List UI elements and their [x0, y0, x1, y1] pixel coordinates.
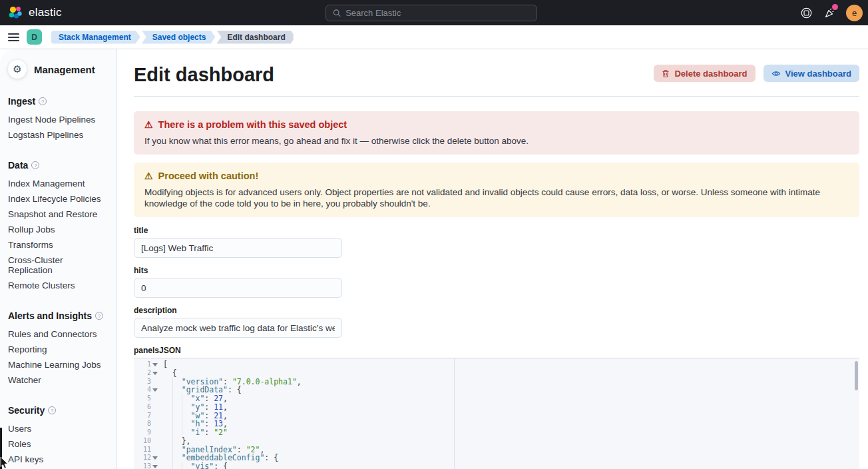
fold-arrow-icon[interactable]	[152, 388, 158, 392]
line-number: 10	[134, 437, 159, 446]
main-content: Edit dashboard Delete dashboard View das…	[117, 49, 868, 469]
notification-dot	[832, 4, 838, 10]
sidebar-item[interactable]: Roles	[8, 436, 108, 452]
sidebar-section-title-text: Alerts and Insights	[8, 310, 92, 321]
delete-dashboard-button[interactable]: Delete dashboard	[654, 65, 755, 82]
code-line: 5 "x": 27,	[134, 394, 859, 403]
description-field[interactable]	[134, 318, 342, 338]
title-field[interactable]	[134, 238, 342, 258]
breadcrumb-item: Edit dashboard	[216, 31, 293, 44]
editor-scrollbar[interactable]	[855, 361, 858, 390]
code-line: 1[	[134, 360, 859, 369]
section-help-icon[interactable]: ?	[48, 406, 56, 414]
title-field-label: title	[134, 226, 859, 235]
breadcrumb-bar: D Stack ManagementSaved objectsEdit dash…	[0, 25, 868, 49]
fold-arrow-icon[interactable]	[152, 363, 158, 366]
sidebar-section-title: Security?	[8, 405, 108, 416]
alert-triangle-icon: ⚠	[144, 171, 153, 182]
brand-name: elastic	[29, 6, 62, 19]
fold-arrow-icon[interactable]	[152, 456, 158, 460]
sidebar-item[interactable]: Remote Clusters	[8, 278, 108, 293]
panels-json-label: panelsJSON	[134, 346, 859, 355]
breadcrumb-item[interactable]: Saved objects	[142, 31, 216, 44]
sidebar-section: Alerts and Insights?Rules and Connectors…	[8, 310, 108, 388]
trash-icon	[662, 69, 670, 78]
code-lines: 1[2 {3 "version": "7.0.0-alpha1",4 "grid…	[134, 360, 859, 469]
code-line: 6 "y": 11,	[134, 403, 859, 412]
sidebar-section-title-text: Data	[8, 160, 28, 171]
line-number: 11	[134, 446, 159, 454]
sidebar-item[interactable]: Rollup Jobs	[8, 222, 108, 237]
line-number: 13	[134, 462, 159, 469]
line-number: 12	[134, 454, 159, 462]
eye-icon	[771, 69, 781, 78]
warning-callout: ⚠ Proceed with caution! Modifying object…	[134, 163, 859, 217]
management-sidebar: ⚙ Management Ingest?Ingest Node Pipeline…	[0, 49, 117, 469]
top-bar: elastic e	[0, 0, 868, 25]
sidebar-title: Management	[34, 64, 95, 75]
line-number: 2	[134, 369, 159, 378]
line-number: 9	[134, 428, 159, 437]
code-line: 8 "h": 13,	[134, 420, 859, 428]
sidebar-item[interactable]: Snapshot and Restore	[8, 207, 108, 222]
warning-callout-title: Proceed with caution!	[158, 171, 259, 182]
space-avatar[interactable]: D	[27, 29, 42, 45]
fold-arrow-icon[interactable]	[152, 372, 158, 375]
sidebar-item[interactable]: Logstash Pipelines	[8, 127, 108, 143]
fold-arrow-icon[interactable]	[152, 465, 158, 468]
sidebar-item[interactable]: Watcher	[8, 372, 108, 388]
hits-field[interactable]	[134, 278, 342, 298]
sidebar-item[interactable]: Users	[8, 421, 108, 436]
section-help-icon[interactable]: ?	[39, 97, 47, 105]
sidebar-section: Security?UsersRolesAPI keysRole Mappings	[8, 405, 108, 469]
newsfeed-icon[interactable]	[823, 6, 836, 19]
line-number: 1	[134, 360, 159, 369]
user-avatar[interactable]: e	[846, 5, 863, 21]
sidebar-item[interactable]: Rules and Connectors	[8, 326, 108, 342]
help-icon[interactable]	[799, 6, 813, 19]
panels-json-editor[interactable]: 1[2 {3 "version": "7.0.0-alpha1",4 "grid…	[134, 358, 859, 469]
sidebar-item[interactable]: Index Management	[8, 176, 108, 191]
search-input[interactable]	[345, 8, 530, 18]
menu-icon[interactable]	[0, 33, 27, 41]
code-line: 9 "i": "2"	[134, 428, 859, 437]
line-number: 4	[134, 386, 159, 394]
elastic-logo[interactable]: elastic	[0, 5, 62, 21]
gear-icon: ⚙	[8, 60, 27, 79]
page-title: Edit dashboard	[134, 63, 274, 87]
section-help-icon[interactable]: ?	[95, 312, 103, 320]
line-number: 3	[134, 378, 159, 386]
sidebar-section-title: Ingest?	[8, 96, 108, 107]
sidebar-item[interactable]: Index Lifecycle Policies	[8, 191, 108, 207]
description-field-label: description	[134, 306, 859, 315]
sidebar-item[interactable]: Transforms	[8, 237, 108, 252]
sidebar-item[interactable]: API keys	[8, 452, 108, 467]
warning-callout-body: Modifying objects is for advanced users …	[144, 187, 849, 209]
sidebar-nav: Ingest?Ingest Node PipelinesLogstash Pip…	[8, 96, 108, 469]
sidebar-item[interactable]: Reporting	[8, 342, 108, 357]
section-help-icon[interactable]: ?	[31, 161, 39, 169]
sidebar-section: Data?Index ManagementIndex Lifecycle Pol…	[8, 160, 108, 293]
sidebar-section-title: Alerts and Insights?	[8, 310, 108, 321]
error-callout: ⚠ There is a problem with this saved obj…	[134, 111, 859, 155]
search-icon	[333, 9, 341, 17]
code-line: 4 "gridData": {	[134, 386, 859, 394]
sidebar-item[interactable]: Cross-Cluster Replication	[8, 252, 108, 278]
indent-guide	[182, 462, 182, 469]
breadcrumb-item[interactable]: Stack Management	[51, 31, 140, 44]
error-callout-body: If you know what this error means, go ah…	[144, 135, 849, 147]
line-number: 7	[134, 412, 159, 420]
code-line: 12 "embeddableConfig": {	[134, 454, 859, 462]
sidebar-item[interactable]: Ingest Node Pipelines	[8, 112, 108, 127]
alert-triangle-icon: ⚠	[144, 119, 153, 131]
sidebar-section-title-text: Security	[8, 405, 45, 416]
error-callout-title: There is a problem with this saved objec…	[158, 119, 347, 131]
divider	[134, 96, 859, 97]
sidebar-section-title: Data?	[8, 160, 108, 171]
sidebar-item[interactable]: Machine Learning Jobs	[8, 357, 108, 372]
global-search[interactable]	[326, 5, 537, 21]
view-dashboard-button[interactable]: View dashboard	[763, 65, 859, 82]
mouse-cursor	[0, 457, 9, 469]
sidebar-section-title-text: Ingest	[8, 96, 35, 107]
breadcrumb: Stack ManagementSaved objectsEdit dashbo…	[51, 31, 295, 44]
